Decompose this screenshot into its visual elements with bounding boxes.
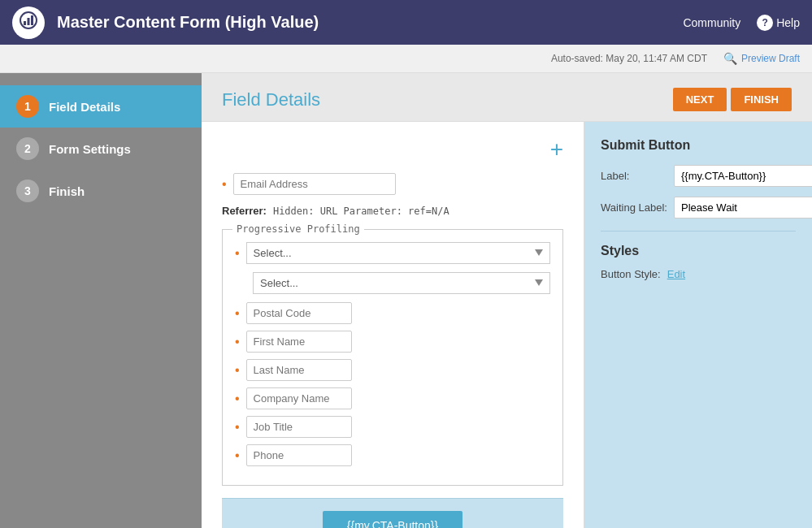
progressive-profiling-box: Progressive Profiling • Select...	[222, 229, 563, 486]
required-indicator: •	[235, 306, 240, 321]
required-indicator: •	[235, 448, 240, 463]
right-panel: Submit Button Label: Waiting Label: Styl…	[584, 122, 812, 528]
sidebar-num-2: 2	[16, 137, 39, 160]
content-header: Field Details NEXT FINISH	[202, 73, 812, 122]
add-button-row: +	[222, 138, 563, 161]
panel-divider	[601, 231, 796, 232]
email-input[interactable]	[233, 173, 396, 195]
next-button[interactable]: NEXT	[673, 88, 727, 111]
help-label: Help	[776, 16, 800, 29]
referrer-value: Hidden: URL Parameter: ref=N/A	[273, 206, 449, 217]
sidebar-label-1: Field Details	[49, 100, 120, 114]
select-wrapper-2: Select...	[253, 272, 550, 294]
community-link[interactable]: Community	[683, 16, 740, 29]
label-field-label: Label:	[601, 170, 674, 182]
button-style-row: Button Style: Edit	[601, 268, 796, 280]
sidebar-item-finish[interactable]: 3 Finish	[0, 170, 202, 212]
waiting-label-row: Waiting Label:	[601, 197, 796, 219]
list-item: •	[235, 416, 550, 438]
preview-draft-link[interactable]: 🔍 Preview Draft	[723, 52, 800, 65]
required-indicator: •	[235, 392, 240, 406]
sidebar-item-form-settings[interactable]: 2 Form Settings	[0, 128, 202, 170]
form-area: + • Referrer: Hidden: URL Parameter: ref…	[202, 122, 584, 528]
styles-title: Styles	[601, 244, 796, 258]
select-wrapper-1: Select...	[246, 242, 550, 264]
sidebar: 1 Field Details 2 Form Settings 3 Finish	[0, 73, 202, 528]
email-field-row: •	[222, 173, 563, 195]
autosave-text: Auto-saved: May 20, 11:47 AM CDT	[551, 53, 707, 64]
logo-icon	[20, 11, 37, 33]
svg-rect-3	[31, 15, 33, 25]
waiting-label-field-label: Waiting Label:	[601, 201, 674, 214]
list-item: •	[235, 387, 550, 409]
main-layout: 1 Field Details 2 Form Settings 3 Finish…	[0, 73, 812, 528]
label-row: Label:	[601, 165, 796, 187]
prog-fields: ••••••	[235, 302, 550, 466]
list-item: •	[235, 302, 550, 324]
list-item: •	[235, 331, 550, 353]
content-area: Field Details NEXT FINISH + •	[202, 73, 812, 528]
last-name-input[interactable]	[246, 359, 352, 381]
referrer-row: Referrer: Hidden: URL Parameter: ref=N/A	[222, 205, 563, 217]
required-indicator: •	[235, 420, 240, 435]
job-title-input[interactable]	[246, 416, 352, 438]
select-row-1: • Select...	[235, 242, 550, 264]
page-title: Master Content Form (High Value)	[57, 13, 683, 32]
add-field-button[interactable]: +	[550, 138, 563, 161]
sub-bar: Auto-saved: May 20, 11:47 AM CDT 🔍 Previ…	[0, 45, 812, 73]
sidebar-num-1: 1	[16, 95, 39, 118]
label-input[interactable]	[674, 165, 812, 187]
prog-legend: Progressive Profiling	[232, 223, 364, 235]
content-title: Field Details	[222, 89, 320, 110]
finish-button[interactable]: FINISH	[731, 88, 792, 111]
select-row-2: Select...	[235, 272, 550, 294]
button-style-edit[interactable]: Edit	[667, 268, 685, 280]
help-link[interactable]: ? Help	[757, 15, 800, 31]
waiting-label-input[interactable]	[674, 197, 812, 219]
postal-code-input[interactable]	[246, 302, 352, 324]
preview-label: Preview Draft	[741, 53, 800, 64]
top-bar: Master Content Form (High Value) Communi…	[0, 0, 812, 45]
preview-icon: 🔍	[723, 52, 737, 65]
referrer-label: Referrer:	[222, 205, 267, 217]
required-indicator: •	[235, 363, 240, 378]
svg-rect-1	[24, 21, 26, 25]
submit-button[interactable]: {{my.CTA-Button}}	[323, 511, 462, 528]
button-style-label: Button Style:	[601, 268, 661, 280]
company-name-input[interactable]	[246, 387, 352, 409]
select-input-2[interactable]: Select...	[253, 272, 550, 294]
list-item: •	[235, 359, 550, 381]
select-input-1[interactable]: Select...	[246, 242, 550, 264]
submit-area: {{my.CTA-Button}}	[222, 498, 563, 528]
required-indicator: •	[235, 335, 240, 349]
sidebar-item-field-details[interactable]: 1 Field Details	[0, 85, 202, 128]
submit-button-section-title: Submit Button	[601, 138, 796, 153]
first-name-input[interactable]	[246, 331, 352, 353]
header-buttons: NEXT FINISH	[673, 88, 792, 111]
required-indicator: •	[235, 246, 240, 261]
help-icon: ?	[757, 15, 773, 31]
sidebar-label-2: Form Settings	[49, 142, 131, 156]
content-body: + • Referrer: Hidden: URL Parameter: ref…	[202, 122, 812, 528]
list-item: •	[235, 444, 550, 466]
top-bar-links: Community ? Help	[683, 15, 800, 31]
svg-rect-2	[28, 18, 30, 25]
logo	[12, 6, 45, 39]
phone-input[interactable]	[246, 444, 352, 466]
required-indicator: •	[222, 177, 227, 192]
sidebar-label-3: Finish	[49, 184, 85, 198]
sidebar-num-3: 3	[16, 180, 39, 202]
